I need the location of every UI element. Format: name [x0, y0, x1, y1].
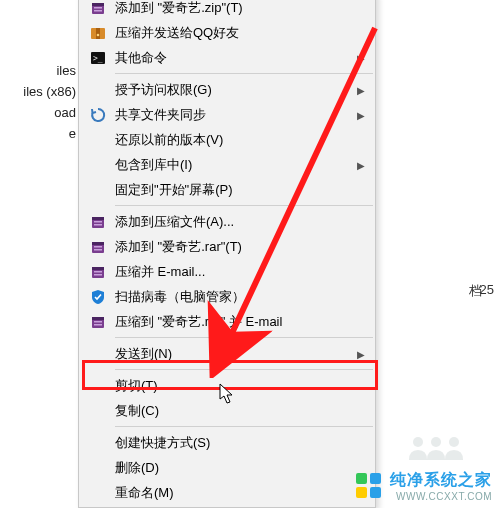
menu-item[interactable]: 压缩到 "爱奇艺.rar" 并 E-mail — [79, 309, 375, 334]
menu-item-label: 复制(C) — [109, 402, 345, 420]
menu-item-label: 包含到库中(I) — [109, 156, 345, 174]
svg-rect-19 — [94, 271, 102, 273]
menu-item[interactable]: 添加到压缩文件(A)... — [79, 209, 375, 234]
submenu-arrow-icon: ▶ — [357, 52, 365, 63]
tree-label: iles (x86) — [0, 81, 80, 102]
menu-separator — [115, 369, 373, 370]
blank-icon — [87, 81, 109, 99]
svg-rect-1 — [92, 3, 104, 6]
submenu-arrow-icon: ▶ — [357, 159, 365, 170]
svg-rect-22 — [92, 317, 104, 320]
blank-icon — [87, 156, 109, 174]
blank-icon — [87, 484, 109, 502]
tree-label: e — [0, 123, 80, 144]
people-overlay-icon — [406, 434, 466, 462]
menu-item[interactable]: 删除(D) — [79, 455, 375, 480]
menu-item-label: 剪切(T) — [109, 377, 345, 395]
svg-rect-20 — [94, 274, 102, 276]
menu-item-label: 压缩并 E-mail... — [109, 263, 345, 281]
winrar-icon — [90, 314, 106, 330]
winrar-icon — [90, 0, 106, 16]
blank-icon — [87, 459, 109, 477]
menu-item-label: 添加到压缩文件(A)... — [109, 213, 345, 231]
watermark: 纯净系统之家 WWW.CCXXT.COM — [354, 470, 492, 502]
svg-rect-2 — [94, 7, 102, 9]
submenu-arrow-icon: ▶ — [357, 84, 365, 95]
menu-item[interactable]: 重命名(M) — [79, 480, 375, 505]
menu-item[interactable]: 剪切(T) — [79, 373, 375, 398]
sync-icon — [90, 107, 106, 123]
shield-icon — [87, 288, 109, 306]
svg-rect-14 — [92, 242, 104, 245]
menu-item[interactable]: 复制(C) — [79, 398, 375, 423]
blank-icon — [87, 131, 109, 149]
blank-icon — [87, 345, 109, 363]
svg-rect-11 — [94, 221, 102, 223]
tree-label: oad — [0, 102, 80, 123]
menu-item-label: 添加到 "爱奇艺.rar"(T) — [109, 238, 345, 256]
menu-item[interactable]: 压缩并发送给QQ好友 — [79, 20, 375, 45]
menu-item[interactable]: 添加到 "爱奇艺.zip"(T) — [79, 0, 375, 20]
zipqq-icon — [87, 24, 109, 42]
winrar-icon — [87, 313, 109, 331]
menu-item-label: 共享文件夹同步 — [109, 106, 345, 124]
menu-separator — [115, 426, 373, 427]
svg-rect-3 — [94, 10, 102, 12]
cmd-icon: >_ — [87, 49, 109, 67]
menu-item-label: 重命名(M) — [109, 484, 345, 502]
menu-item-label: 授予访问权限(G) — [109, 81, 345, 99]
winrar-icon — [87, 263, 109, 281]
menu-item[interactable]: 扫描病毒（电脑管家） — [79, 284, 375, 309]
blank-icon — [87, 402, 109, 420]
blank-icon — [87, 377, 109, 395]
winrar-icon — [90, 264, 106, 280]
menu-item-label: 创建快捷方式(S) — [109, 434, 345, 452]
menu-item[interactable]: 还原以前的版本(V) — [79, 127, 375, 152]
menu-item[interactable]: 压缩并 E-mail... — [79, 259, 375, 284]
menu-item[interactable]: 授予访问权限(G)▶ — [79, 77, 375, 102]
menu-item-label: 删除(D) — [109, 459, 345, 477]
menu-item-label: 压缩并发送给QQ好友 — [109, 24, 345, 42]
watermark-url: WWW.CCXXT.COM — [390, 491, 492, 502]
svg-point-28 — [449, 437, 459, 447]
menu-separator — [115, 205, 373, 206]
menu-item-label: 压缩到 "爱奇艺.rar" 并 E-mail — [109, 313, 345, 331]
menu-item[interactable]: 发送到(N)▶ — [79, 341, 375, 366]
menu-item-label: 发送到(N) — [109, 345, 345, 363]
menu-item[interactable]: 创建快捷方式(S) — [79, 430, 375, 455]
winrar-icon — [87, 213, 109, 231]
winrar-icon — [90, 214, 106, 230]
svg-rect-15 — [94, 246, 102, 248]
watermark-title: 纯净系统之家 — [390, 470, 492, 491]
shield-icon — [90, 289, 106, 305]
menu-item[interactable]: 包含到库中(I)▶ — [79, 152, 375, 177]
watermark-logo-icon — [354, 471, 384, 501]
cmd-icon: >_ — [90, 50, 106, 66]
menu-item[interactable]: >_其他命令▶ — [79, 45, 375, 70]
menu-item[interactable]: 固定到"开始"屏幕(P) — [79, 177, 375, 202]
menu-separator — [115, 73, 373, 74]
svg-rect-31 — [356, 487, 367, 498]
submenu-arrow-icon: ▶ — [357, 109, 365, 120]
svg-text:>_: >_ — [93, 54, 103, 63]
menu-item-label: 添加到 "爱奇艺.zip"(T) — [109, 0, 345, 17]
menu-item[interactable]: 添加到 "爱奇艺.rar"(T) — [79, 234, 375, 259]
svg-point-6 — [97, 33, 100, 36]
winrar-icon — [87, 238, 109, 256]
tree-label: iles — [0, 60, 80, 81]
svg-rect-10 — [92, 217, 104, 220]
explorer-tree-fragment: iles iles (x86) oad e — [0, 0, 80, 508]
menu-item-label: 其他命令 — [109, 49, 345, 67]
svg-rect-30 — [370, 473, 381, 484]
menu-item-label: 扫描病毒（电脑管家） — [109, 288, 345, 306]
context-menu: 添加到 "爱奇艺.zip"(T)压缩并发送给QQ好友>_其他命令▶授予访问权限(… — [78, 0, 376, 508]
col-text: 25 — [480, 282, 494, 297]
menu-item-label: 还原以前的版本(V) — [109, 131, 345, 149]
sync-icon — [87, 106, 109, 124]
blank-icon — [87, 434, 109, 452]
explorer-columns-fragment: 档 25 — [375, 0, 500, 508]
submenu-arrow-icon: ▶ — [357, 348, 365, 359]
zipqq-icon — [90, 25, 106, 41]
menu-item[interactable]: 共享文件夹同步▶ — [79, 102, 375, 127]
svg-rect-18 — [92, 267, 104, 270]
